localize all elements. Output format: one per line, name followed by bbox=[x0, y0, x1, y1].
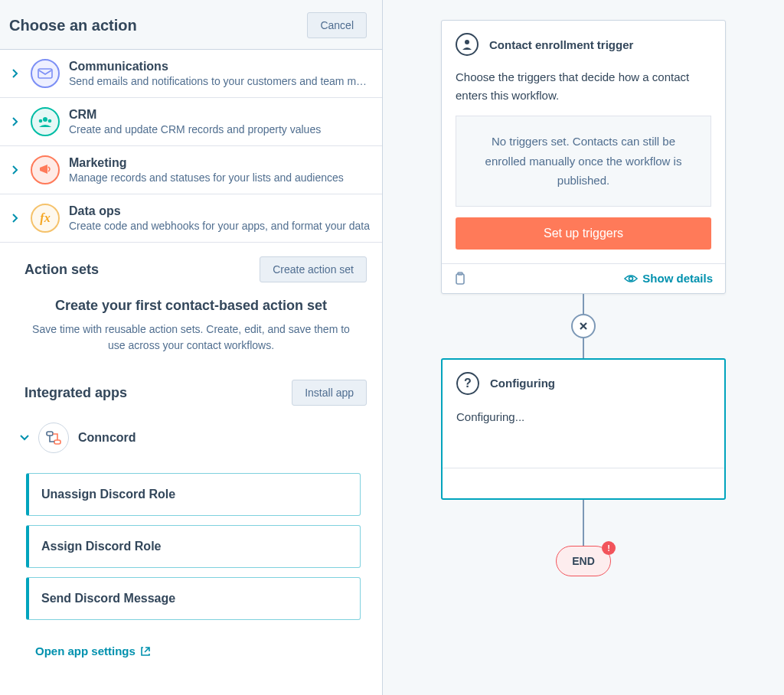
category-desc: Send emails and notifications to your cu… bbox=[69, 75, 370, 87]
end-label: END bbox=[572, 555, 595, 567]
category-list: Communications Send emails and notificat… bbox=[0, 50, 382, 243]
chat-mail-icon bbox=[31, 59, 60, 88]
empty-title: Create your first contact-based action s… bbox=[28, 298, 354, 314]
action-unassign-discord-role[interactable]: Unassign Discord Role bbox=[26, 473, 361, 516]
cancel-button[interactable]: Cancel bbox=[307, 12, 367, 38]
category-communications[interactable]: Communications Send emails and notificat… bbox=[0, 50, 382, 98]
chevron-right-icon bbox=[12, 214, 21, 223]
svg-rect-7 bbox=[456, 274, 464, 284]
app-conncord[interactable]: Conncord bbox=[0, 415, 382, 461]
contact-icon bbox=[456, 33, 479, 56]
integrated-apps-heading: Integrated apps bbox=[24, 385, 127, 401]
remove-node[interactable] bbox=[571, 314, 596, 338]
integrated-apps-head: Integrated apps Install app bbox=[0, 366, 382, 415]
end-node[interactable]: END ! bbox=[556, 546, 611, 576]
svg-rect-0 bbox=[38, 69, 52, 78]
chevron-right-icon bbox=[12, 117, 21, 126]
category-data-ops[interactable]: fx Data ops Create code and webhooks for… bbox=[0, 194, 382, 243]
svg-point-9 bbox=[629, 276, 633, 280]
eye-icon bbox=[624, 274, 638, 283]
category-text: Data ops Create code and webhooks for yo… bbox=[69, 204, 370, 232]
svg-point-2 bbox=[39, 119, 43, 123]
card-footer bbox=[443, 468, 724, 498]
category-title: Data ops bbox=[69, 204, 370, 218]
card-head: ? Configuring bbox=[443, 360, 724, 403]
trigger-empty: No triggers set. Contacts can still be e… bbox=[456, 116, 711, 207]
connector-line bbox=[583, 500, 584, 546]
category-title: Marketing bbox=[69, 156, 370, 170]
show-details-link[interactable]: Show details bbox=[624, 272, 713, 285]
svg-rect-4 bbox=[47, 432, 53, 436]
category-crm[interactable]: CRM Create and update CRM records and pr… bbox=[0, 98, 382, 146]
trigger-desc: Choose the triggers that decide how a co… bbox=[456, 68, 711, 105]
connector-line bbox=[583, 294, 584, 314]
panel-title: Choose an action bbox=[9, 17, 137, 34]
external-link-icon bbox=[140, 646, 151, 657]
open-app-settings-label: Open app settings bbox=[35, 644, 136, 657]
svg-point-3 bbox=[48, 119, 52, 123]
fx-icon: fx bbox=[31, 204, 60, 233]
conncord-icon bbox=[38, 423, 69, 453]
action-assign-discord-role[interactable]: Assign Discord Role bbox=[26, 525, 361, 568]
category-marketing[interactable]: Marketing Manage records and statuses fo… bbox=[0, 146, 382, 194]
left-panel: Choose an action Cancel Communications S… bbox=[0, 0, 383, 695]
svg-point-1 bbox=[43, 117, 47, 122]
configuring-card[interactable]: ? Configuring Configuring... bbox=[441, 358, 726, 500]
app-name: Conncord bbox=[78, 431, 136, 445]
install-app-button[interactable]: Install app bbox=[292, 380, 367, 406]
show-details-label: Show details bbox=[642, 272, 713, 285]
category-text: CRM Create and update CRM records and pr… bbox=[69, 108, 370, 135]
action-sets-heading: Action sets bbox=[24, 262, 99, 278]
people-icon bbox=[31, 107, 60, 136]
category-title: CRM bbox=[69, 108, 370, 122]
action-sets-empty: Create your first contact-based action s… bbox=[0, 292, 382, 366]
category-desc: Create and update CRM records and proper… bbox=[69, 123, 370, 135]
app-actions: Unassign Discord Role Assign Discord Rol… bbox=[0, 461, 382, 637]
card-body: Choose the triggers that decide how a co… bbox=[442, 64, 725, 263]
open-app-settings-link[interactable]: Open app settings bbox=[0, 637, 166, 673]
category-text: Marketing Manage records and statuses fo… bbox=[69, 156, 370, 184]
category-desc: Manage records and statuses for your lis… bbox=[69, 171, 370, 184]
svg-rect-5 bbox=[54, 440, 60, 444]
question-icon: ? bbox=[456, 372, 479, 395]
workflow-canvas: Contact enrollment trigger Choose the tr… bbox=[383, 0, 784, 695]
empty-desc: Save time with reusable action sets. Cre… bbox=[28, 321, 354, 354]
chevron-down-icon bbox=[20, 435, 29, 441]
category-title: Communications bbox=[69, 60, 370, 73]
card-footer: Show details bbox=[442, 263, 725, 293]
chevron-right-icon bbox=[12, 165, 21, 175]
clipboard-icon[interactable] bbox=[454, 272, 466, 286]
panel-header: Choose an action Cancel bbox=[0, 0, 382, 50]
megaphone-icon bbox=[31, 155, 60, 184]
trigger-title: Contact enrollment trigger bbox=[489, 38, 633, 51]
create-action-set-button[interactable]: Create action set bbox=[260, 256, 367, 282]
alert-badge-icon: ! bbox=[602, 541, 616, 555]
configuring-title: Configuring bbox=[490, 377, 555, 390]
svg-point-6 bbox=[465, 40, 469, 44]
category-desc: Create code and webhooks for your apps, … bbox=[69, 220, 370, 232]
card-head: Contact enrollment trigger bbox=[442, 21, 725, 64]
configuring-body: Configuring... bbox=[443, 403, 724, 468]
action-send-discord-message[interactable]: Send Discord Message bbox=[26, 577, 361, 620]
category-text: Communications Send emails and notificat… bbox=[69, 60, 370, 87]
setup-triggers-button[interactable]: Set up triggers bbox=[456, 217, 711, 250]
chevron-right-icon bbox=[12, 69, 21, 78]
connector-line bbox=[583, 338, 584, 358]
enrollment-trigger-card[interactable]: Contact enrollment trigger Choose the tr… bbox=[441, 20, 726, 294]
action-sets-head: Action sets Create action set bbox=[0, 243, 382, 292]
